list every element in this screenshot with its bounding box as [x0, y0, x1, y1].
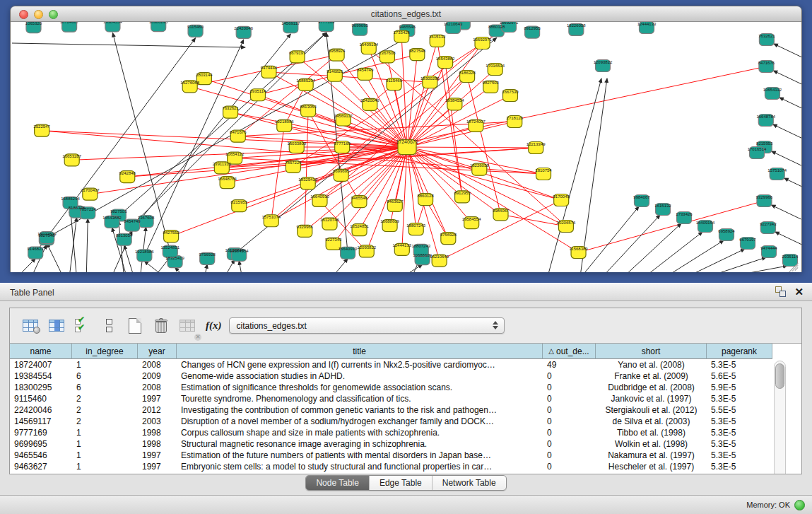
column-header-pagerank[interactable]: pagerank — [707, 344, 772, 359]
svg-text:16648784: 16648784 — [218, 177, 237, 181]
cell-in_degree: 1 — [72, 360, 138, 370]
svg-text:7632621: 7632621 — [222, 106, 239, 110]
svg-text:13524851: 13524851 — [350, 224, 369, 228]
cell-year: 2003 — [138, 416, 177, 426]
svg-text:15751074: 15751074 — [261, 215, 281, 219]
table-row[interactable]: 1938455462009Genome-wide association stu… — [10, 370, 801, 382]
table-row[interactable]: 1456911722003Disruption of a novel membe… — [10, 416, 801, 427]
svg-text:9465546: 9465546 — [399, 25, 416, 29]
column-header-out_de[interactable]: △out_de... — [543, 344, 596, 359]
column-header-short[interactable]: short — [596, 344, 707, 359]
svg-text:13524851: 13524851 — [160, 245, 180, 250]
close-panel-icon[interactable]: ✕ — [794, 286, 804, 297]
svg-text:19218986: 19218986 — [275, 119, 294, 124]
cell-pagerank: 5.9E-5 — [707, 382, 772, 392]
table-row[interactable]: 977716911998Corpus callosum shape and si… — [10, 427, 801, 438]
network-canvas[interactable]: 1065320187240071938455418300295911546022… — [11, 22, 801, 272]
float-panel-icon[interactable] — [775, 286, 786, 297]
column-header-title[interactable]: title — [177, 344, 543, 359]
delete-column-icon[interactable] — [151, 315, 172, 337]
cell-title: Corpus callosum shape and size in male p… — [177, 428, 543, 438]
cell-short: Stergiakouli et al. (2012) — [596, 405, 707, 415]
svg-text:2522547: 2522547 — [33, 124, 50, 129]
cell-title: Structural magnetic resonance image aver… — [177, 439, 543, 449]
cell-year: 1998 — [138, 428, 177, 438]
table-row[interactable]: 946362711997Embryonic stem cells: a mode… — [10, 461, 801, 472]
column-header-in_degree[interactable]: in_degree — [72, 344, 138, 359]
table-scrollbar-thumb[interactable] — [775, 363, 784, 389]
table-toolbar: ✔✔ ✕ f(x) citations_edges.txt — [10, 308, 801, 343]
sort-ascending-icon: △ — [548, 347, 554, 355]
svg-text:15751074: 15751074 — [767, 168, 787, 173]
svg-text:20206576: 20206576 — [557, 221, 576, 225]
svg-text:1667530: 1667530 — [502, 90, 519, 94]
cell-year: 2009 — [138, 371, 177, 381]
svg-text:10654112: 10654112 — [225, 152, 245, 156]
cell-pagerank: 5.3E-5 — [707, 416, 772, 426]
cell-in_degree: 1 — [72, 428, 138, 438]
table-row[interactable]: 911546021997Tourette syndrome. Phenomeno… — [10, 393, 801, 404]
table-source-dropdown[interactable]: citations_edges.txt — [229, 317, 505, 334]
cell-year: 2012 — [138, 405, 177, 415]
svg-text:22420046: 22420046 — [234, 26, 253, 30]
svg-text:21700437: 21700437 — [81, 188, 100, 192]
svg-text:8215953: 8215953 — [756, 141, 773, 146]
tab-edge-table[interactable]: Edge Table — [370, 476, 433, 490]
svg-text:18300295: 18300295 — [420, 76, 440, 81]
tab-network-table[interactable]: Network Table — [433, 476, 506, 490]
svg-text:18807243: 18807243 — [411, 244, 430, 248]
column-header-year[interactable]: year — [138, 344, 177, 359]
svg-text:1615132: 1615132 — [429, 35, 446, 39]
resize-grip[interactable] — [788, 259, 799, 270]
svg-text:8454749: 8454749 — [357, 68, 374, 72]
table-row[interactable]: 946554611997Estimation of the future num… — [10, 450, 801, 461]
checklist-icon[interactable]: ✔✔ — [72, 315, 93, 337]
table-row[interactable]: 1872400712008Changes of HCN gene express… — [10, 359, 801, 370]
column-visibility-icon[interactable] — [46, 315, 67, 337]
table-panel-header: Table Panel ✕ — [0, 283, 812, 301]
cell-short: Nakamura et al. (1997) — [596, 450, 707, 460]
function-builder-icon[interactable]: f(x) — [206, 320, 222, 332]
svg-text:16120746: 16120746 — [320, 218, 339, 222]
table-header-row: namein_degreeyeartitle△out_de...shortpag… — [10, 344, 801, 359]
svg-text:18226058: 18226058 — [470, 163, 489, 168]
svg-text:8454749: 8454749 — [124, 219, 141, 223]
svg-text:8912955: 8912955 — [524, 26, 541, 30]
row-height-icon[interactable] — [98, 315, 119, 337]
svg-text:16409154: 16409154 — [359, 42, 378, 47]
new-column-icon[interactable] — [124, 315, 146, 337]
svg-text:15276068: 15276068 — [180, 81, 199, 85]
cell-name: 9463627 — [10, 462, 72, 472]
cell-pagerank: 5.5E-5 — [707, 405, 772, 415]
svg-text:19584554: 19584554 — [462, 217, 481, 221]
table-row[interactable]: 969969511998Structural magnetic resonanc… — [10, 438, 801, 450]
svg-text:9115460: 9115460 — [386, 78, 403, 83]
cell-in_degree: 2 — [72, 416, 138, 426]
cell-pagerank: 5.3E-5 — [707, 428, 772, 438]
memory-status-icon[interactable] — [794, 500, 805, 510]
cell-in_degree: 2 — [72, 405, 138, 415]
svg-text:15885294: 15885294 — [296, 78, 315, 83]
table-row[interactable]: 1830029562008Estimation of significance … — [10, 382, 801, 393]
table-row[interactable]: 2242004622012Investigating the contribut… — [10, 404, 801, 416]
cell-name: 18724007 — [10, 360, 72, 370]
svg-text:11568389: 11568389 — [569, 247, 588, 251]
cell-title: Tourette syndrome. Phenomenology and cla… — [177, 394, 543, 404]
svg-text:8813054: 8813054 — [300, 105, 317, 109]
svg-text:22420046: 22420046 — [360, 98, 379, 103]
svg-text:16033809: 16033809 — [287, 141, 306, 146]
tab-node-table[interactable]: Node Table — [306, 476, 370, 490]
svg-text:23911319: 23911319 — [213, 162, 232, 166]
network-window-titlebar[interactable]: citations_edges.txt — [11, 6, 801, 22]
svg-text:16543882: 16543882 — [102, 216, 122, 220]
cell-in_degree: 2 — [72, 394, 138, 404]
svg-text:16210643: 16210643 — [430, 255, 449, 259]
column-header-name[interactable]: name — [10, 344, 72, 359]
table-options-icon[interactable] — [20, 315, 41, 337]
svg-text:8427552: 8427552 — [163, 230, 180, 235]
cell-title: Disruption of a novel member of a sodium… — [177, 416, 543, 426]
svg-text:18724007: 18724007 — [60, 22, 79, 24]
table-scrollbar[interactable] — [774, 361, 786, 474]
svg-text:16409154: 16409154 — [696, 221, 715, 225]
svg-text:18724007: 18724007 — [466, 119, 486, 124]
